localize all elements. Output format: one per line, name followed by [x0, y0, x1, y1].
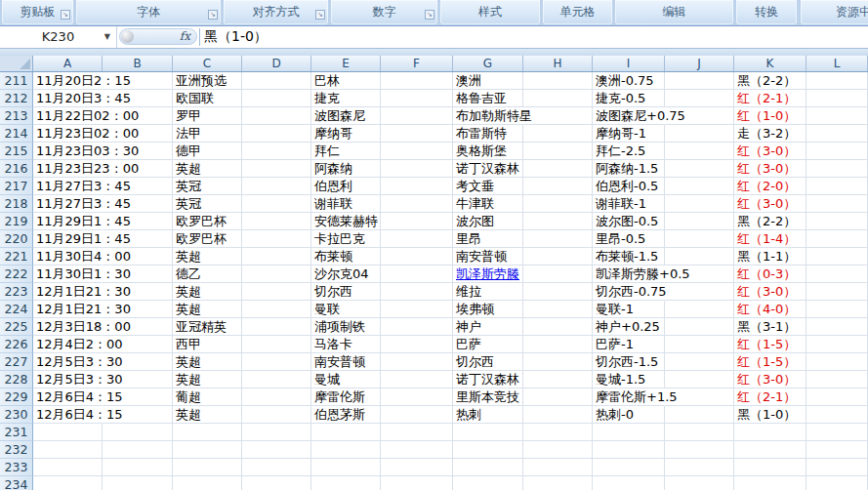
cell[interactable]: 浦项制铁: [311, 318, 381, 336]
cell[interactable]: [103, 476, 173, 490]
cell[interactable]: 热刺: [453, 406, 523, 424]
cell[interactable]: 红（3-0）: [734, 283, 806, 301]
cell[interactable]: 巴萨-1: [593, 336, 665, 353]
cell[interactable]: 英冠: [173, 178, 242, 195]
cell[interactable]: [381, 441, 453, 459]
cell[interactable]: [806, 107, 868, 125]
cell[interactable]: [242, 318, 311, 336]
cell[interactable]: [381, 336, 453, 353]
cell[interactable]: [806, 248, 868, 265]
cell[interactable]: [665, 213, 734, 230]
cell[interactable]: [242, 90, 311, 107]
cell[interactable]: 12月5日3：30: [33, 353, 103, 371]
cell[interactable]: 罗甲: [173, 107, 242, 125]
cell[interactable]: [381, 230, 453, 248]
cell[interactable]: 黑（2-2）: [734, 72, 806, 90]
cell[interactable]: 欧国联: [173, 90, 242, 107]
cell[interactable]: [806, 90, 868, 107]
cell[interactable]: [523, 213, 593, 230]
cell[interactable]: 谢菲联-1: [593, 195, 665, 213]
cell[interactable]: 11月22日02：00: [33, 107, 103, 125]
cell[interactable]: [381, 248, 453, 265]
cell[interactable]: [806, 178, 868, 195]
cell[interactable]: [665, 406, 734, 424]
cell[interactable]: 奥格斯堡: [453, 143, 523, 160]
cell[interactable]: [242, 406, 311, 424]
cell[interactable]: 12月1日21：30: [33, 301, 103, 318]
row-header[interactable]: 228: [0, 371, 33, 388]
cell[interactable]: [381, 195, 453, 213]
cell[interactable]: 11月27日3：45: [33, 195, 103, 213]
cell[interactable]: 埃弗顿: [453, 301, 523, 318]
cell[interactable]: [242, 72, 311, 90]
row-header[interactable]: 231: [0, 424, 33, 441]
cell[interactable]: [381, 406, 453, 424]
cell[interactable]: [806, 213, 868, 230]
cell[interactable]: 里昂-0.5: [593, 230, 665, 248]
cell[interactable]: [242, 107, 311, 125]
cell[interactable]: [734, 476, 806, 490]
cell[interactable]: [381, 353, 453, 371]
cell[interactable]: [523, 248, 593, 265]
cell[interactable]: [242, 213, 311, 230]
cell[interactable]: [173, 459, 242, 476]
cell[interactable]: 英超: [173, 301, 242, 318]
cell[interactable]: 布莱顿-1.5: [593, 248, 665, 265]
cell[interactable]: 11月23日23：00: [33, 160, 103, 178]
cell[interactable]: [806, 160, 868, 178]
cell[interactable]: [242, 230, 311, 248]
cell[interactable]: 英超: [173, 160, 242, 178]
cell[interactable]: [311, 441, 381, 459]
cell[interactable]: [806, 195, 868, 213]
row-header[interactable]: 218: [0, 195, 33, 213]
cell[interactable]: [806, 318, 868, 336]
cell[interactable]: [806, 336, 868, 353]
cell[interactable]: [665, 230, 734, 248]
cell[interactable]: 牛津联: [453, 195, 523, 213]
cell[interactable]: 黑（1-0）: [734, 406, 806, 424]
column-header-k[interactable]: K: [734, 56, 806, 71]
cell[interactable]: 里斯本竞技: [453, 388, 523, 406]
cell[interactable]: [33, 424, 103, 441]
cell[interactable]: 诺丁汉森林: [453, 160, 523, 178]
cell[interactable]: [665, 195, 734, 213]
cell[interactable]: [665, 143, 734, 160]
cell[interactable]: 捷克-0.5: [593, 90, 665, 107]
row-header[interactable]: 214: [0, 125, 33, 143]
cell[interactable]: 英冠: [173, 195, 242, 213]
cell[interactable]: 法甲: [173, 125, 242, 143]
dialog-launcher-icon[interactable]: ↘: [315, 10, 325, 20]
cell[interactable]: 红（1-4）: [734, 230, 806, 248]
cell[interactable]: [381, 125, 453, 143]
cell[interactable]: 摩纳哥-1: [593, 125, 665, 143]
row-header[interactable]: 222: [0, 265, 33, 283]
row-header[interactable]: 223: [0, 283, 33, 301]
cell[interactable]: 红（1-5）: [734, 353, 806, 371]
cell[interactable]: 布莱顿: [311, 248, 381, 265]
cell[interactable]: 红（2-1）: [734, 90, 806, 107]
cell[interactable]: 拜仁: [311, 143, 381, 160]
cell[interactable]: 亚冠精英: [173, 318, 242, 336]
cell[interactable]: [665, 441, 734, 459]
cell[interactable]: [381, 459, 453, 476]
column-header-c[interactable]: C: [173, 56, 242, 71]
cell[interactable]: [806, 125, 868, 143]
cell[interactable]: [242, 195, 311, 213]
cell[interactable]: 红（2-1）: [734, 388, 806, 406]
cell[interactable]: 南安普顿: [311, 353, 381, 371]
cell[interactable]: [523, 90, 593, 107]
cell[interactable]: [103, 441, 173, 459]
cell[interactable]: [242, 441, 311, 459]
cell[interactable]: [665, 283, 734, 301]
cell[interactable]: [806, 72, 868, 90]
row-header[interactable]: 211: [0, 72, 33, 90]
cell[interactable]: 走（3-2）: [734, 125, 806, 143]
cell[interactable]: [242, 248, 311, 265]
cell[interactable]: 红（3-0）: [734, 371, 806, 388]
cell[interactable]: [381, 143, 453, 160]
cell[interactable]: 黑（1-1）: [734, 248, 806, 265]
cell[interactable]: 12月5日3：30: [33, 371, 103, 388]
row-header[interactable]: 221: [0, 248, 33, 265]
cell[interactable]: [242, 388, 311, 406]
cell[interactable]: [103, 459, 173, 476]
